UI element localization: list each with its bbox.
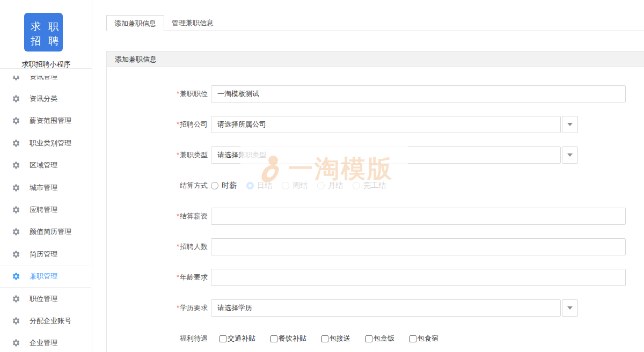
- sidebar-item-6[interactable]: 城市管理: [0, 177, 91, 199]
- tab-bar: 添加兼职信息管理兼职信息: [106, 15, 644, 31]
- radio-label: 周结: [292, 181, 308, 190]
- checkbox-option[interactable]: 包盒饭: [365, 334, 394, 343]
- sidebar-item-label: 分配企业账号: [30, 316, 71, 326]
- sidebar-item-2[interactable]: 资讯分类: [0, 87, 91, 109]
- checkbox-icon: [321, 335, 328, 342]
- text-input[interactable]: 一淘模板测试: [211, 85, 626, 102]
- radio-label: 完工结: [363, 181, 386, 190]
- app-subtitle: 求职招聘小程序: [0, 60, 92, 69]
- tab-2[interactable]: 管理兼职信息: [164, 15, 221, 31]
- select-value[interactable]: 请选择所属公司: [211, 116, 561, 133]
- radio-circle-icon: [353, 182, 360, 189]
- checkbox-label: 包食宿: [418, 334, 438, 343]
- radio-circle-icon: [246, 182, 254, 189]
- required-asterisk: *: [177, 273, 179, 281]
- field-label: *学历要求: [107, 303, 208, 313]
- checkbox-option[interactable]: 包接送: [321, 334, 350, 343]
- field-label: *招聘公司: [107, 120, 208, 129]
- sidebar-item-13[interactable]: 企业管理: [0, 332, 91, 352]
- form-row: *年龄要求: [107, 269, 644, 286]
- sidebar-item-label: 区域管理: [30, 160, 57, 170]
- form-row: 结算方式时薪日结周结月结完工结: [107, 177, 644, 194]
- required-asterisk: *: [177, 243, 179, 251]
- required-asterisk: *: [177, 212, 179, 220]
- sidebar-item-label: 职位管理: [30, 294, 57, 304]
- gear-icon: [12, 295, 20, 303]
- gear-icon: [12, 250, 20, 259]
- app-logo: 求职 招聘: [24, 13, 63, 52]
- chevron-down-icon: [567, 123, 573, 126]
- sidebar-item-label: 资讯分类: [30, 94, 57, 104]
- add-parttime-panel: 添加兼职信息 *兼职职位一淘模板测试*招聘公司请选择所属公司*兼职类型请选择兼职…: [106, 51, 644, 352]
- tab-1[interactable]: 添加兼职信息: [106, 15, 164, 31]
- gear-icon: [12, 317, 20, 325]
- checkbox-icon: [409, 335, 416, 342]
- gear-icon: [12, 184, 20, 192]
- dropdown-arrow-button[interactable]: [562, 146, 578, 164]
- radio-option[interactable]: 完工结: [353, 181, 386, 190]
- chevron-down-icon: [567, 153, 573, 157]
- sidebar-item-9[interactable]: 简历管理: [0, 243, 91, 265]
- checkbox-label: 交通补贴: [228, 334, 255, 343]
- select-value[interactable]: 请选择学历: [211, 299, 561, 317]
- dropdown-arrow-button[interactable]: [562, 116, 578, 133]
- sidebar-item-label: 颜值简历管理: [30, 227, 71, 237]
- sidebar-item-7[interactable]: 应聘管理: [0, 199, 91, 221]
- radio-label: 日结: [257, 181, 272, 190]
- sidebar-item-5[interactable]: 区域管理: [0, 155, 91, 177]
- sidebar-item-label: 职业类别管理: [30, 138, 71, 148]
- sidebar-item-1[interactable]: 资讯管理: [0, 76, 91, 87]
- gear-icon: [12, 228, 20, 236]
- checkbox-icon: [219, 335, 226, 342]
- sidebar-item-label: 应聘管理: [30, 205, 57, 215]
- radio-group: 时薪日结周结月结完工结: [211, 181, 396, 190]
- required-asterisk: *: [177, 304, 179, 312]
- dropdown-arrow-button[interactable]: [562, 299, 578, 317]
- radio-option[interactable]: 周结: [282, 181, 308, 190]
- select-field: 请选择学历: [211, 299, 578, 317]
- form-row: *招聘人数: [107, 238, 644, 255]
- gear-icon: [12, 339, 20, 347]
- form-row: *招聘公司请选择所属公司: [107, 116, 644, 133]
- radio-option[interactable]: 日结: [246, 181, 272, 190]
- sidebar-item-3[interactable]: 薪资范围管理: [0, 110, 91, 132]
- checkbox-option[interactable]: 包食宿: [409, 334, 438, 343]
- checkbox-label: 餐饮补贴: [279, 334, 306, 343]
- field-label: *年龄要求: [107, 273, 208, 282]
- radio-circle-icon: [317, 182, 325, 189]
- gear-icon: [12, 161, 20, 170]
- sidebar-item-4[interactable]: 职业类别管理: [0, 132, 91, 154]
- form-row: *结算薪资: [107, 208, 644, 225]
- radio-circle-icon: [282, 182, 289, 189]
- sidebar-item-11[interactable]: 职位管理: [0, 288, 91, 310]
- sidebar-item-8[interactable]: 颜值简历管理: [0, 221, 91, 243]
- form-row: *兼职类型请选择兼职类型: [107, 146, 644, 164]
- radio-option[interactable]: 月结: [317, 181, 343, 190]
- sidebar-item-label: 兼职管理: [30, 272, 57, 281]
- field-label: 结算方式: [107, 181, 208, 190]
- text-input[interactable]: [211, 269, 626, 286]
- gear-icon: [12, 206, 20, 214]
- gear-icon: [12, 76, 20, 81]
- checkbox-label: 包盒饭: [374, 334, 394, 343]
- select-field: 请选择兼职类型: [211, 146, 578, 164]
- sidebar-item-label: 城市管理: [30, 183, 57, 193]
- field-label: *兼职职位: [107, 89, 208, 99]
- text-input[interactable]: [211, 238, 626, 255]
- radio-option[interactable]: 时薪: [211, 181, 237, 190]
- checkbox-option[interactable]: 餐饮补贴: [270, 334, 306, 343]
- gear-icon: [12, 272, 20, 281]
- sidebar-item-label: 薪资范围管理: [30, 116, 71, 126]
- radio-label: 时薪: [222, 181, 237, 190]
- checkbox-icon: [270, 335, 277, 342]
- sidebar-item-label: 资讯管理: [30, 76, 57, 82]
- checkbox-option[interactable]: 交通补贴: [219, 334, 255, 343]
- sidebar-item-10[interactable]: 兼职管理: [0, 266, 91, 288]
- select-value[interactable]: 请选择兼职类型: [211, 146, 561, 164]
- sidebar-menu: 资讯管理资讯分类薪资范围管理职业类别管理区域管理城市管理应聘管理颜值简历管理简历…: [0, 76, 91, 352]
- field-label: *兼职类型: [107, 150, 208, 160]
- text-input[interactable]: [211, 208, 626, 225]
- app-logo-line2: 招聘: [24, 34, 63, 48]
- sidebar-item-12[interactable]: 分配企业账号: [0, 310, 91, 332]
- checkbox-group: 交通补贴餐饮补贴包接送包盒饭包食宿: [211, 334, 453, 343]
